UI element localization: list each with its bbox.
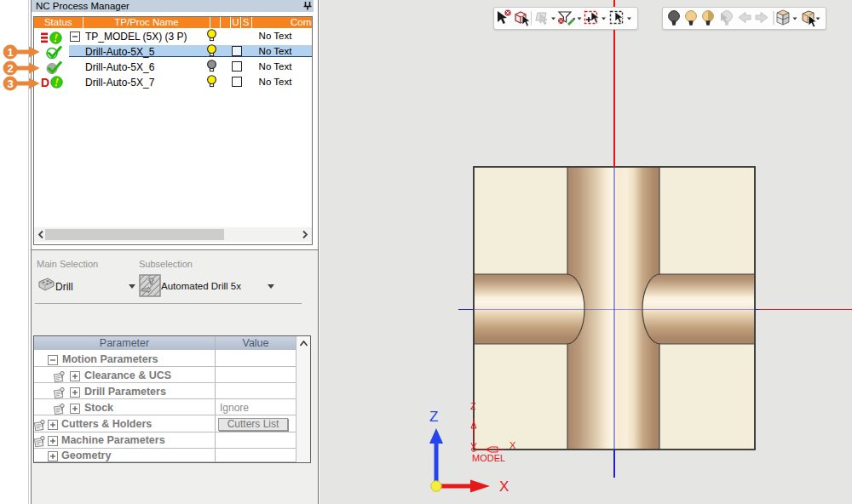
svg-text:D: D: [41, 76, 49, 89]
svg-text:3: 3: [7, 77, 13, 90]
svg-text:Z: Z: [429, 409, 438, 425]
svg-text:2: 2: [7, 62, 13, 75]
svg-text:X: X: [499, 478, 509, 495]
svg-text:1: 1: [7, 46, 13, 59]
